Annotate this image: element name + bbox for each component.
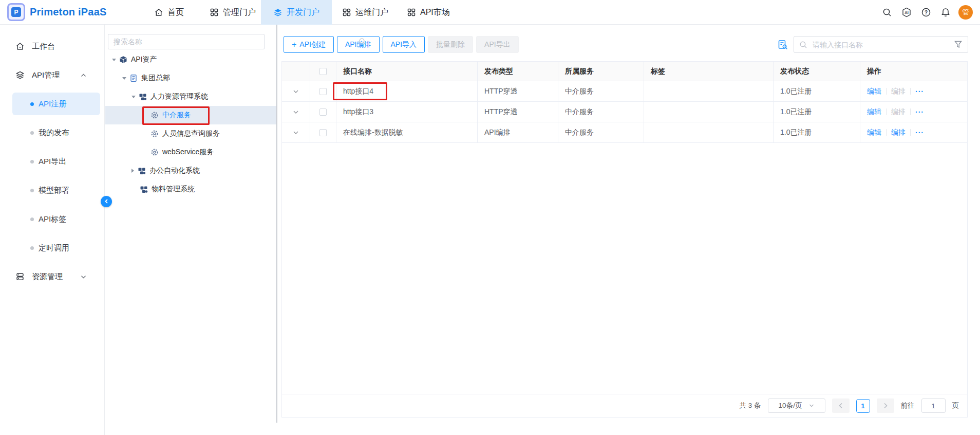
header-tags: 标签 (644, 62, 774, 81)
apps-grid-icon (342, 8, 351, 17)
caret-down-icon[interactable] (112, 59, 116, 61)
help-icon[interactable]: ? (916, 0, 936, 25)
sidebar-item-scheduled-call[interactable]: 定时调用 (12, 237, 100, 259)
page-suffix-label: 页 (952, 401, 959, 410)
cell-actions: 编辑 编排 ··· (860, 122, 967, 142)
orchestrate-link[interactable]: 编排 (891, 128, 906, 137)
header-checkbox-cell (310, 62, 336, 81)
sidebar-item-workbench[interactable]: 工作台 (0, 35, 104, 58)
sidebar-item-api-register[interactable]: API注册 (12, 93, 100, 115)
caret-down-icon[interactable] (122, 77, 126, 80)
prev-page-button[interactable] (832, 398, 850, 413)
batch-delete-button[interactable]: 批量删除 (428, 36, 473, 53)
current-page-button[interactable]: 1 (856, 399, 870, 413)
api-orchestrate-button[interactable]: API编排 (337, 36, 380, 53)
tree-search-input[interactable] (108, 34, 265, 49)
workbench-home-icon (15, 42, 25, 51)
bullet-dot (30, 160, 34, 164)
row-checkbox-cell (310, 81, 336, 101)
cell-interface-name[interactable]: http接口4 (336, 81, 478, 101)
bell-icon[interactable] (936, 0, 955, 25)
api-create-button[interactable]: + API创建 (284, 36, 334, 53)
cell-owning-service: 中介服务 (558, 102, 644, 122)
sidebar-item-model-deploy[interactable]: 模型部署 (12, 179, 100, 202)
cell-publish-status: 1.0已注册 (774, 102, 860, 122)
cell-tags (644, 102, 774, 122)
action-separator (886, 108, 887, 115)
nav-admin-portal[interactable]: 管理门户 (208, 0, 258, 25)
ai-assistant-icon[interactable]: AI (897, 0, 916, 25)
goto-page-input[interactable] (921, 398, 946, 413)
tree-node-intermediary-service[interactable]: 中介服务 (105, 106, 276, 124)
panel-divider[interactable] (276, 25, 277, 423)
cell-interface-name[interactable]: http接口3 (336, 102, 478, 122)
row-checkbox[interactable] (319, 129, 327, 136)
brand-logo-icon: P (7, 3, 25, 21)
chevron-left-icon (838, 403, 843, 409)
brand[interactable]: P Primeton iPaaS (7, 3, 107, 21)
nav-ops-label: 运维门户 (355, 7, 388, 18)
tree-node-material-system[interactable]: 物料管理系统 (105, 180, 276, 198)
sidebar-item-api-export[interactable]: API导出 (12, 150, 100, 173)
tree-node-webservice[interactable]: webService服务 (105, 143, 276, 161)
edit-link[interactable]: 编辑 (867, 107, 881, 117)
caret-right-icon[interactable] (131, 169, 134, 173)
row-checkbox[interactable] (319, 88, 327, 95)
tree-node-label: 物料管理系统 (152, 185, 195, 194)
nav-ops-portal[interactable]: 运维门户 (340, 0, 390, 25)
tree-node-label: 人员信息查询服务 (162, 129, 220, 138)
filter-funnel-icon[interactable] (954, 40, 963, 51)
api-doc-view-icon[interactable] (778, 40, 788, 52)
sidebar-api-export-label: API导出 (39, 157, 66, 167)
sidebar-item-my-publish[interactable]: 我的发布 (12, 121, 100, 144)
caret-down-icon[interactable] (131, 96, 136, 98)
tree-node-label: 人力资源管理系统 (150, 92, 208, 101)
cell-publish-status: 1.0已注册 (774, 81, 860, 101)
sidebar-api-tags-label: API标签 (39, 214, 66, 224)
user-avatar[interactable]: 管 (958, 5, 973, 20)
more-actions-icon[interactable]: ··· (915, 87, 924, 96)
sidebar-item-api-tags[interactable]: API标签 (12, 208, 100, 230)
api-import-button[interactable]: API导入 (383, 36, 425, 53)
apps-grid-icon (210, 8, 219, 17)
row-expand-cell[interactable] (282, 102, 310, 122)
row-checkbox[interactable] (319, 108, 327, 116)
tree-node-group-hq[interactable]: 集团总部 (105, 69, 276, 87)
next-page-button[interactable] (877, 398, 894, 413)
interface-search-input[interactable] (794, 36, 968, 53)
tree-node-oa-system[interactable]: 办公自动化系统 (105, 161, 276, 180)
pagination-bar: 共 3 条 10条/页 1 前往 页 (282, 394, 967, 417)
nav-home[interactable]: 首页 (152, 0, 186, 25)
cell-actions: 编辑 编排 ··· (860, 81, 967, 101)
nav-dev-portal[interactable]: 开发门户 (261, 0, 332, 25)
api-export-label: API导出 (484, 40, 511, 49)
cell-publish-status: 1.0已注册 (774, 122, 860, 142)
api-export-button[interactable]: API导出 (476, 36, 519, 53)
cell-interface-name[interactable]: 在线编排-数据脱敏 (336, 122, 478, 142)
tree-node-hr-system[interactable]: 人力资源管理系统 (105, 87, 276, 106)
sidebar-item-api-management[interactable]: API管理 (0, 64, 104, 86)
more-actions-icon[interactable]: ··· (915, 108, 924, 116)
tree-collapse-button[interactable] (101, 196, 112, 207)
orchestrate-link[interactable]: 编排 (891, 107, 906, 117)
table-row: http接口4 HTTP穿透 中介服务 1.0已注册 编辑 编排 ··· (282, 81, 967, 102)
more-actions-icon[interactable]: ··· (915, 129, 924, 137)
edit-link[interactable]: 编辑 (867, 128, 881, 137)
select-all-checkbox[interactable] (319, 68, 327, 75)
page-size-select[interactable]: 10条/页 (768, 398, 825, 413)
main-content: + API创建 API编排 API导入 批量删除 API导出 (277, 25, 980, 435)
goto-label: 前往 (901, 401, 915, 410)
api-import-label: API导入 (391, 40, 417, 49)
row-expand-cell[interactable] (282, 122, 310, 142)
nav-api-market[interactable]: API市场 (405, 0, 452, 25)
tree-node-label: 中介服务 (162, 111, 191, 120)
gear-icon (150, 111, 159, 119)
orchestrate-link[interactable]: 编排 (891, 87, 906, 96)
sidebar-item-resource-management[interactable]: 资源管理 (0, 265, 104, 288)
search-icon[interactable] (877, 0, 897, 25)
tree-node-person-info-service[interactable]: 人员信息查询服务 (105, 124, 276, 143)
tree-node-api-assets[interactable]: API资产 (105, 50, 276, 69)
chevron-left-icon (104, 197, 109, 206)
edit-link[interactable]: 编辑 (867, 87, 881, 96)
row-expand-cell[interactable] (282, 81, 310, 101)
